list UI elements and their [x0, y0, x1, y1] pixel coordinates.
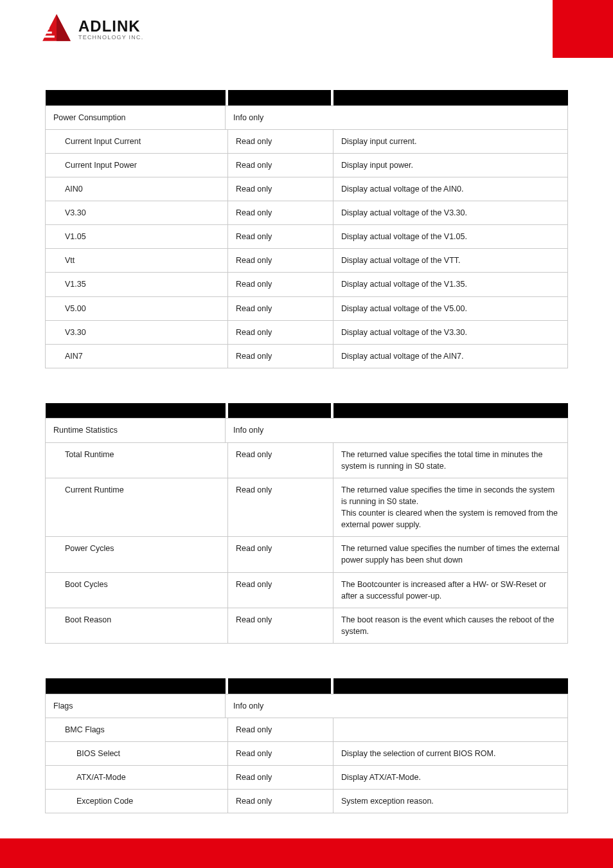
cell-description: Display actual voltage of the AIN7.: [333, 344, 568, 368]
cell-option: Read only: [228, 129, 333, 153]
page-content: Power ConsumptionInfo onlyCurrent Input …: [0, 58, 613, 813]
svg-rect-2: [42, 35, 55, 37]
cell-option: Read only: [228, 741, 333, 765]
cell-feature: Boot Cycles: [46, 572, 228, 608]
cell-option: Read only: [228, 790, 333, 813]
cell-option: Read only: [228, 718, 333, 741]
table-section-row: FlagsInfo only: [46, 694, 568, 718]
table-row: V1.05Read onlyDisplay actual voltage of …: [46, 225, 568, 249]
config-table: Power ConsumptionInfo onlyCurrent Input …: [45, 90, 568, 368]
cell-description: The returned value specifies the number …: [333, 537, 568, 572]
cell-option: Read only: [228, 344, 333, 368]
footer-red-bar: [0, 838, 613, 868]
cell-feature: Total Runtime: [46, 442, 228, 478]
cell-option: Read only: [228, 201, 333, 225]
cell-description: The returned value specifies the time in…: [333, 478, 568, 537]
cell-option: Read only: [228, 442, 333, 478]
table-row: BMC FlagsRead only: [46, 718, 568, 741]
col-header-description: [333, 403, 568, 419]
brand-name: ADLINK: [78, 17, 143, 35]
header-red-accent: [553, 0, 613, 58]
table-row: VttRead onlyDisplay actual voltage of th…: [46, 249, 568, 273]
cell-feature: V5.00: [46, 296, 228, 320]
cell-option: Read only: [228, 537, 333, 572]
col-header-option: [228, 90, 331, 105]
cell-description: Display actual voltage of the V1.35.: [333, 273, 568, 296]
cell-option: Read only: [228, 273, 333, 296]
cell-feature: Current Runtime: [46, 478, 228, 537]
table-row: Boot ReasonRead onlyThe boot reason is t…: [46, 608, 568, 643]
cell-feature: BMC Flags: [46, 718, 228, 741]
cell-description: Display the selection of current BIOS RO…: [333, 741, 568, 765]
table-section-row: Runtime StatisticsInfo only: [46, 419, 568, 442]
adlink-logo-icon: [40, 12, 73, 46]
cell-option: Read only: [228, 249, 333, 273]
table-row: ATX/AT-ModeRead onlyDisplay ATX/AT-Mode.: [46, 765, 568, 789]
cell-option: Read only: [228, 765, 333, 789]
cell-feature: V3.30: [46, 201, 228, 225]
cell-description: Display actual voltage of the V1.05.: [333, 225, 568, 249]
cell-feature: AIN0: [46, 177, 228, 201]
table-row: AIN7Read onlyDisplay actual voltage of t…: [46, 344, 568, 368]
cell-option: Read only: [228, 320, 333, 344]
section-feature: Runtime Statistics: [46, 419, 226, 442]
table-row: Exception CodeRead onlySystem exception …: [46, 790, 568, 813]
section-option: Info only: [226, 105, 568, 129]
cell-description: The boot reason is the event which cause…: [333, 608, 568, 643]
table-row: V3.30Read onlyDisplay actual voltage of …: [46, 320, 568, 344]
table-row: V3.30Read onlyDisplay actual voltage of …: [46, 201, 568, 225]
col-header-feature: [46, 403, 226, 419]
cell-feature: V1.05: [46, 225, 228, 249]
cell-option: Read only: [228, 225, 333, 249]
cell-description: Display ATX/AT-Mode.: [333, 765, 568, 789]
table-row: V1.35Read onlyDisplay actual voltage of …: [46, 273, 568, 296]
table-row: V5.00Read onlyDisplay actual voltage of …: [46, 296, 568, 320]
cell-feature: V1.35: [46, 273, 228, 296]
brand-sub: TECHNOLOGY INC.: [78, 34, 143, 41]
section-feature: Power Consumption: [46, 105, 226, 129]
cell-description: The Bootcounter is increased after a HW-…: [333, 572, 568, 608]
cell-option: Read only: [228, 478, 333, 537]
cell-option: Read only: [228, 572, 333, 608]
cell-description: Display actual voltage of the V5.00.: [333, 296, 568, 320]
table-row: Total RuntimeRead onlyThe returned value…: [46, 442, 568, 478]
cell-option: Read only: [228, 608, 333, 643]
table-row: AIN0Read onlyDisplay actual voltage of t…: [46, 177, 568, 201]
cell-feature: AIN7: [46, 344, 228, 368]
cell-feature: ATX/AT-Mode: [46, 765, 228, 789]
cell-feature: Boot Reason: [46, 608, 228, 643]
cell-description: System exception reason.: [333, 790, 568, 813]
table-row: Power CyclesRead onlyThe returned value …: [46, 537, 568, 572]
table-row: Current Input PowerRead onlyDisplay inpu…: [46, 153, 568, 177]
section-option: Info only: [226, 694, 568, 718]
cell-option: Read only: [228, 177, 333, 201]
adlink-logo: ADLINK TECHNOLOGY INC.: [40, 9, 172, 49]
cell-description: Display input current.: [333, 129, 568, 153]
table-section-row: Power ConsumptionInfo only: [46, 105, 568, 129]
cell-description: Display actual voltage of the AIN0.: [333, 177, 568, 201]
config-table: FlagsInfo onlyBMC FlagsRead onlyBIOS Sel…: [45, 678, 568, 813]
cell-feature: V3.30: [46, 320, 228, 344]
col-header-option: [228, 403, 331, 419]
config-table: Runtime StatisticsInfo onlyTotal Runtime…: [45, 403, 568, 644]
table-row: Current Input CurrentRead onlyDisplay in…: [46, 129, 568, 153]
cell-feature: Power Cycles: [46, 537, 228, 572]
col-header-description: [333, 90, 568, 105]
cell-description: The returned value specifies the total t…: [333, 442, 568, 478]
cell-feature: Current Input Current: [46, 129, 228, 153]
cell-feature: BIOS Select: [46, 741, 228, 765]
page-header: ADLINK TECHNOLOGY INC.: [0, 0, 613, 58]
table-row: Boot CyclesRead onlyThe Bootcounter is i…: [46, 572, 568, 608]
col-header-feature: [46, 678, 226, 694]
svg-rect-3: [42, 32, 52, 33]
cell-feature: Vtt: [46, 249, 228, 273]
cell-option: Read only: [228, 296, 333, 320]
cell-feature: Current Input Power: [46, 153, 228, 177]
svg-marker-1: [57, 14, 71, 41]
cell-description: Display actual voltage of the VTT.: [333, 249, 568, 273]
col-header-feature: [46, 90, 226, 105]
cell-option: Read only: [228, 153, 333, 177]
cell-description: Display actual voltage of the V3.30.: [333, 320, 568, 344]
table-row: BIOS SelectRead onlyDisplay the selectio…: [46, 741, 568, 765]
col-header-description: [333, 678, 568, 694]
